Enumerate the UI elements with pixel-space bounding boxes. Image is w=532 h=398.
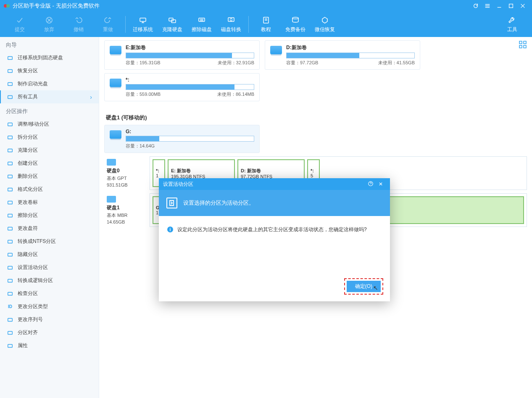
sidebar-header-partition-ops: 分区操作	[0, 103, 99, 118]
disk-info[interactable]: 硬盘0基本 GPT931.51GB	[104, 156, 146, 190]
align-icon	[7, 329, 13, 336]
svg-rect-24	[8, 240, 13, 243]
tutorial-button[interactable]: 教程	[251, 12, 281, 37]
prop-icon	[7, 343, 13, 349]
sidebar-item-letter[interactable]: 更改盘符	[0, 222, 99, 235]
check-icon	[7, 290, 13, 297]
logical-icon	[7, 277, 13, 284]
free-label: 未使用：41.55GB	[378, 60, 415, 66]
svg-rect-21	[8, 201, 13, 204]
clone-button[interactable]: 克隆硬盘	[158, 12, 187, 37]
usage-bar	[126, 84, 254, 90]
sidebar-item-hdd[interactable]: 迁移系统到固态硬盘	[0, 51, 99, 64]
wechat-button[interactable]: 微信恢复	[310, 12, 340, 37]
volume-card[interactable]: E:新加卷容量：195.31GB未使用：32.91GB	[104, 40, 260, 70]
sidebar-item-format[interactable]: 格式化分区	[0, 183, 99, 196]
sidebar: 向导 迁移系统到固态硬盘恢复分区制作启动光盘所有工具› 分区操作 调整/移动分区…	[0, 37, 99, 398]
sidebar-item-grid[interactable]: 所有工具›	[0, 90, 99, 103]
convert-button[interactable]: 磁盘转换	[216, 12, 246, 37]
window-title: 分区助手专业版 - 无损分区免费软件	[13, 2, 470, 10]
pie-icon	[7, 68, 13, 74]
banner-icon	[166, 198, 177, 208]
capacity-label: 容量：97.72GB	[286, 60, 318, 66]
volume-card[interactable]: G:容量：14.64G	[104, 125, 260, 153]
svg-rect-18	[8, 162, 13, 165]
hide-icon	[7, 251, 13, 258]
format-icon	[7, 186, 13, 193]
free-label: 未使用：86.14MB	[217, 91, 254, 98]
commit-button[interactable]: 提交	[5, 12, 34, 37]
sidebar-item-hide[interactable]: 隐藏分区	[0, 248, 99, 261]
id-icon: ID	[7, 303, 13, 310]
svg-rect-26	[8, 266, 13, 269]
sidebar-item-erase[interactable]: 擦除分区	[0, 209, 99, 222]
sidebar-item-resize[interactable]: 调整/移动分区	[0, 118, 99, 131]
sidebar-item-pie[interactable]: 恢复分区	[0, 64, 99, 77]
sidebar-item-logical[interactable]: 转换成逻辑分区	[0, 274, 99, 287]
wipe-button[interactable]: 擦除磁盘	[187, 12, 216, 37]
minimize-button[interactable]	[493, 0, 505, 12]
svg-rect-20	[8, 188, 13, 191]
discard-button[interactable]: 放弃	[34, 12, 64, 37]
sidebar-item-tag[interactable]: 更改卷标	[0, 196, 99, 209]
refresh-button[interactable]	[470, 0, 482, 12]
svg-rect-23	[8, 227, 13, 230]
undo-button[interactable]: 撤销	[64, 12, 93, 37]
tag-icon	[7, 199, 13, 206]
sidebar-item-prop[interactable]: 属性	[0, 339, 99, 352]
dialog-title: 设置活动分区	[163, 181, 193, 188]
maximize-button[interactable]	[505, 0, 517, 12]
copy-icon	[7, 147, 13, 154]
sidebar-item-serial[interactable]: 更改序列号	[0, 313, 99, 326]
sidebar-item-ntfs[interactable]: 转换成NTFS分区	[0, 235, 99, 248]
volume-name: G:	[126, 129, 254, 134]
sidebar-item-id[interactable]: ID更改分区类型	[0, 300, 99, 313]
dialog-banner: 设置选择的分区为活动分区。	[159, 190, 390, 216]
usage-bar	[126, 53, 254, 58]
redo-button[interactable]: 重做	[93, 12, 123, 37]
main-toolbar: 提交放弃撤销重做迁移系统克隆硬盘擦除磁盘磁盘转换教程免费备份微信恢复工具	[0, 12, 532, 37]
tools-button[interactable]: 工具	[498, 12, 527, 37]
svg-rect-14	[8, 95, 13, 98]
capacity-label: 容量：14.64G	[126, 143, 155, 149]
capacity-label: 容量：559.00MB	[126, 91, 161, 98]
disk1-title: 硬盘1 (可移动的)	[106, 114, 525, 121]
svg-rect-29	[8, 318, 13, 321]
volume-card[interactable]: *:容量：559.00MB未使用：86.14MB	[104, 73, 260, 101]
sidebar-item-copy[interactable]: 克隆分区	[0, 144, 99, 157]
info-icon: i	[167, 227, 173, 232]
disk-icon	[107, 159, 116, 166]
dialog-close-button[interactable]: ✕	[376, 181, 386, 187]
sidebar-item-active[interactable]: 设置活动分区	[0, 261, 99, 274]
backup-button[interactable]: 免费备份	[281, 12, 310, 37]
sidebar-item-plus[interactable]: 创建分区	[0, 157, 99, 170]
svg-point-10	[292, 17, 298, 19]
disk-info[interactable]: 硬盘1基本 MBR14.65GB	[104, 193, 146, 227]
dialog-banner-text: 设置选择的分区为活动分区。	[183, 199, 254, 207]
svg-rect-11	[8, 56, 13, 59]
dialog-help-button[interactable]	[366, 181, 376, 188]
capacity-label: 容量：195.31GB	[126, 60, 161, 66]
view-mode-icon[interactable]	[519, 40, 527, 49]
grid-icon	[7, 94, 13, 100]
disc-icon	[7, 81, 13, 87]
sidebar-item-trash[interactable]: 删除分区	[0, 170, 99, 183]
ntfs-icon	[7, 238, 13, 245]
svg-rect-34	[519, 45, 522, 48]
svg-rect-32	[519, 41, 522, 44]
svg-rect-19	[8, 175, 13, 178]
svg-rect-2	[509, 4, 513, 8]
close-button[interactable]	[517, 0, 529, 12]
ok-button[interactable]: 确定(O)	[347, 281, 381, 292]
sidebar-item-split[interactable]: 拆分分区	[0, 131, 99, 144]
migrate-button[interactable]: 迁移系统	[128, 12, 158, 37]
app-logo-icon	[3, 3, 10, 9]
volume-card[interactable]: D:新加卷容量：97.72GB未使用：41.55GB	[265, 40, 420, 70]
sidebar-item-align[interactable]: 分区对齐	[0, 326, 99, 339]
menu-button[interactable]	[482, 0, 493, 12]
volume-name: *:	[126, 77, 254, 83]
sidebar-item-disc[interactable]: 制作启动光盘	[0, 77, 99, 90]
svg-rect-17	[8, 149, 13, 152]
sidebar-item-check[interactable]: 检查分区	[0, 287, 99, 300]
drive-icon	[110, 79, 121, 87]
